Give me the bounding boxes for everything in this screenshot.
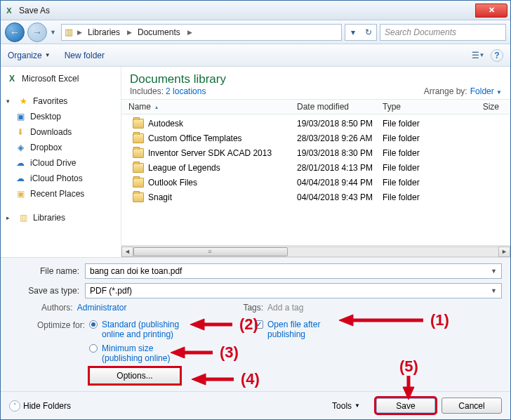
titlebar: X Save As ✕ xyxy=(1,1,510,20)
sidebar-label: Desktop xyxy=(30,112,61,122)
radio-minimum[interactable] xyxy=(89,344,98,353)
checkbox-open-after[interactable] xyxy=(255,320,263,329)
chevron-right-icon[interactable]: ▶ xyxy=(127,29,132,36)
table-row[interactable]: Autodesk19/03/2018 8:50 PMFile folder xyxy=(121,116,510,131)
scroll-right-icon[interactable]: ► xyxy=(498,247,510,257)
folder-icon xyxy=(133,178,144,188)
includes-label: Includes: xyxy=(130,86,164,96)
chevron-right-icon[interactable]: ▶ xyxy=(187,29,192,36)
column-size[interactable]: Size xyxy=(467,102,510,112)
save-button[interactable]: Save xyxy=(376,398,436,414)
sidebar-item-icloud-photos[interactable]: ☁ iCloud Photos xyxy=(4,171,118,186)
row-name: Custom Office Templates xyxy=(148,133,242,143)
downloads-icon: ⬇ xyxy=(15,126,26,138)
breadcrumb[interactable]: ▥ ▶ Libraries ▶ Documents ▶ xyxy=(61,24,342,41)
sidebar-item-downloads[interactable]: ⬇ Downloads xyxy=(4,124,118,140)
row-type: File folder xyxy=(383,133,467,143)
close-button[interactable]: ✕ xyxy=(475,4,507,18)
new-folder-label: New folder xyxy=(65,51,105,60)
path-dropdown-refresh: ▾ ↻ xyxy=(345,24,377,41)
view-options-button[interactable]: ☰ ▼ xyxy=(471,48,485,63)
table-row[interactable]: Custom Office Templates28/03/2018 9:26 A… xyxy=(121,131,510,145)
chevron-down-icon[interactable]: ▼ xyxy=(491,287,497,294)
row-date: 19/03/2018 8:30 PM xyxy=(297,148,383,158)
history-dropdown[interactable]: ▼ xyxy=(50,29,58,36)
row-type: File folder xyxy=(383,163,467,173)
folder-icon xyxy=(133,163,144,173)
sidebar-item-favorites[interactable]: ▾ ★ Favorites xyxy=(4,93,118,109)
sidebar-item-icloud-drive[interactable]: ☁ iCloud Drive xyxy=(4,155,118,171)
organize-menu[interactable]: Organize ▼ xyxy=(8,51,51,60)
sidebar-item-dropbox[interactable]: ◈ Dropbox xyxy=(4,140,118,155)
tags-value[interactable]: Add a tag xyxy=(267,303,303,313)
refresh-icon[interactable]: ↻ xyxy=(361,27,376,37)
table-row[interactable]: League of Legends28/01/2018 4:13 PMFile … xyxy=(121,160,510,175)
options-button[interactable]: Options... xyxy=(89,367,180,384)
search-input[interactable]: Search Documents xyxy=(380,24,506,41)
authors-label: Authors: xyxy=(41,303,73,313)
radio-minimum-label[interactable]: Minimum size (publishing online) xyxy=(102,343,170,363)
row-name: Autodesk xyxy=(148,119,183,129)
sidebar-item-desktop[interactable]: ▣ Desktop xyxy=(4,109,118,124)
sidebar-item-libraries[interactable]: ▸ ▥ Libraries xyxy=(4,210,118,225)
row-name: Inventor Server SDK ACAD 2013 xyxy=(148,148,272,158)
column-name[interactable]: Name ▴ xyxy=(121,102,297,112)
cloud-icon: ☁ xyxy=(15,157,26,169)
forward-button[interactable]: → xyxy=(27,22,47,42)
radio-standard[interactable] xyxy=(89,320,98,329)
scrollbar-thumb[interactable]: ≡ xyxy=(133,247,288,256)
filename-value: bang can doi ke toan.pdf xyxy=(90,266,182,276)
table-row[interactable]: Outlook Files04/04/2018 9:44 PMFile fold… xyxy=(121,175,510,190)
column-date[interactable]: Date modified xyxy=(297,102,383,112)
chevron-down-icon: ▼ xyxy=(354,402,360,409)
checkbox-open-after-label[interactable]: Open file after publishing xyxy=(267,320,320,339)
filename-label: File name: xyxy=(9,266,85,276)
row-name: League of Legends xyxy=(148,163,220,173)
table-row[interactable]: Snagit04/04/2018 9:43 PMFile folder xyxy=(121,190,510,204)
library-title: Documents library xyxy=(130,72,226,86)
breadcrumb-libraries[interactable]: Libraries xyxy=(84,26,126,39)
chevron-down-icon: ▼ xyxy=(45,52,51,58)
sidebar-label: Libraries xyxy=(33,213,65,223)
window-title: Save As xyxy=(19,6,50,15)
help-button[interactable]: ? xyxy=(491,49,503,62)
sidebar-item-ms-excel[interactable]: X Microsoft Excel xyxy=(4,71,118,86)
folder-icon xyxy=(133,133,144,143)
filename-input[interactable]: bang can doi ke toan.pdf ▼ xyxy=(85,263,502,279)
folder-icon xyxy=(133,148,144,158)
includes-link[interactable]: 2 locations xyxy=(166,86,206,96)
sidebar-label: Microsoft Excel xyxy=(22,74,79,84)
row-date: 28/03/2018 9:26 AM xyxy=(297,133,383,143)
save-type-input[interactable]: PDF (*.pdf) ▼ xyxy=(85,283,502,298)
row-date: 04/04/2018 9:43 PM xyxy=(297,192,383,202)
sidebar-item-recent[interactable]: ▣ Recent Places xyxy=(4,186,118,202)
scroll-left-icon[interactable]: ◄ xyxy=(121,247,133,257)
radio-standard-label[interactable]: Standard (publishing online and printing… xyxy=(102,320,179,339)
breadcrumb-documents[interactable]: Documents xyxy=(133,26,186,39)
column-type[interactable]: Type xyxy=(383,102,467,112)
row-date: 19/03/2018 8:50 PM xyxy=(297,119,383,129)
save-type-label: Save as type: xyxy=(9,286,85,296)
authors-value[interactable]: Administrator xyxy=(77,303,127,313)
tools-menu[interactable]: Tools ▼ xyxy=(332,401,360,411)
horizontal-scrollbar[interactable]: ◄ ≡ ► xyxy=(121,245,510,257)
chevron-right-icon[interactable]: ▶ xyxy=(77,29,82,36)
collapse-icon[interactable]: ▾ xyxy=(6,98,13,105)
back-button[interactable]: ← xyxy=(5,22,25,42)
chevron-down-icon[interactable]: ▼ xyxy=(491,268,497,275)
path-dropdown-icon[interactable]: ▾ xyxy=(345,27,361,37)
excel-icon: X xyxy=(6,73,18,84)
hide-folders-button[interactable]: ˄ Hide Folders xyxy=(9,400,71,412)
expand-icon[interactable]: ▸ xyxy=(6,214,13,221)
row-type: File folder xyxy=(383,119,467,129)
arrange-by-dropdown[interactable]: Folder ▼ xyxy=(470,86,502,96)
sort-asc-icon: ▴ xyxy=(155,104,158,110)
optimize-label: Optimize for: xyxy=(30,320,85,330)
folder-icon xyxy=(133,192,144,202)
organize-label: Organize xyxy=(8,51,42,60)
sidebar-label: Favorites xyxy=(33,96,67,106)
row-name: Snagit xyxy=(148,192,172,202)
new-folder-button[interactable]: New folder xyxy=(65,51,105,60)
cancel-button[interactable]: Cancel xyxy=(442,398,502,414)
table-row[interactable]: Inventor Server SDK ACAD 201319/03/2018 … xyxy=(121,145,510,160)
